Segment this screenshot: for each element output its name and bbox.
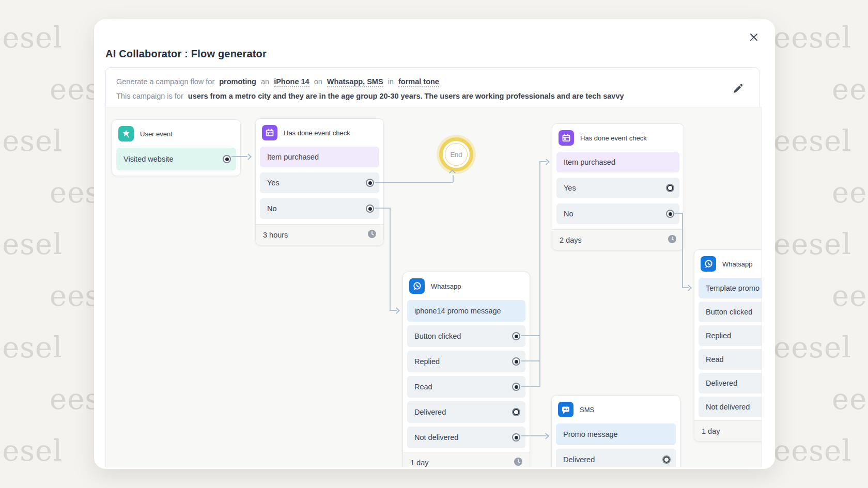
watermark-text: eesel <box>832 279 868 312</box>
prompt-goal: promoting <box>219 77 256 86</box>
connector-dot[interactable] <box>512 433 520 442</box>
whatsapp-icon <box>701 256 716 272</box>
node-sms[interactable]: SMS Promo message Delivered <box>551 395 680 467</box>
prompt-line-1: Generate a campaign flow for promoting a… <box>116 76 442 87</box>
node-title: Has done event check <box>580 134 647 142</box>
watermark-text: eesel <box>773 434 851 467</box>
flow-canvas[interactable]: User event Visited website Has done even… <box>105 107 762 467</box>
row-label: Button clicked <box>706 308 752 316</box>
connector-dot[interactable] <box>223 155 231 163</box>
row-no[interactable]: No <box>260 198 379 219</box>
connector-line <box>390 208 391 311</box>
connector-dot[interactable] <box>512 332 520 340</box>
edit-prompt-button[interactable] <box>732 82 746 96</box>
row-label: Not delivered <box>414 433 458 442</box>
row-message[interactable]: iphone14 promo message <box>407 300 525 322</box>
row-label: Delivered <box>563 455 595 464</box>
row-not-delivered[interactable]: Not delivered <box>407 427 525 448</box>
node-user-event[interactable]: User event Visited website <box>112 119 241 176</box>
node-title: Has done event check <box>284 129 350 137</box>
connector-dot[interactable] <box>666 210 674 218</box>
connector-dot[interactable] <box>512 408 520 416</box>
row-delivered[interactable]: Delivered <box>699 373 762 393</box>
connector-dot[interactable] <box>662 455 671 464</box>
calendar-check-icon <box>559 130 574 146</box>
connector-dot[interactable] <box>512 357 520 366</box>
wait-label: 3 hours <box>263 231 288 239</box>
connector-line <box>521 335 540 336</box>
connector-dot[interactable] <box>512 383 520 391</box>
prompt-box: Generate a campaign flow for promoting a… <box>105 67 760 112</box>
connector-dot[interactable] <box>366 179 374 187</box>
wait-row[interactable]: 1 day <box>694 420 762 441</box>
row-label: Promo message <box>563 430 618 438</box>
prompt-tone-param[interactable]: formal tone <box>398 77 439 87</box>
node-whatsapp-right[interactable]: Whatsapp Template promo message Button c… <box>694 249 762 442</box>
row-yes[interactable]: Yes <box>556 178 679 198</box>
row-read[interactable]: Read <box>407 376 525 398</box>
wait-row[interactable]: 1 day <box>403 452 530 467</box>
row-item-purchased[interactable]: Item purchased <box>556 152 679 172</box>
arrowhead-icon <box>685 285 692 291</box>
row-not-delivered[interactable]: Not delivered <box>699 397 762 417</box>
arrowhead-icon <box>542 433 549 439</box>
row-label: No <box>267 204 277 213</box>
row-label: Read <box>414 383 432 391</box>
row-label: No <box>564 210 574 218</box>
arrowhead-icon <box>393 307 400 314</box>
row-label: iphone14 promo message <box>414 307 501 315</box>
whatsapp-icon <box>409 278 425 294</box>
row-no[interactable]: No <box>556 203 679 224</box>
watermark-text: eesel <box>773 330 851 364</box>
node-title: User event <box>140 130 173 138</box>
row-button-clicked[interactable]: Button clicked <box>699 302 762 322</box>
wait-row[interactable]: 2 days <box>552 229 684 250</box>
end-node[interactable]: End <box>439 137 473 171</box>
watermark-text: eesel <box>832 382 868 416</box>
node-header: Whatsapp <box>403 272 530 300</box>
row-replied[interactable]: Replied <box>699 325 762 346</box>
arrowhead-icon <box>245 153 252 160</box>
node-header: SMS <box>552 396 680 423</box>
row-label: Item purchased <box>267 153 319 161</box>
row-delivered[interactable]: Delivered <box>407 401 525 423</box>
prompt-product-param[interactable]: iPhone 14 <box>274 77 309 87</box>
row-delivered[interactable]: Delivered <box>556 449 676 467</box>
prompt-channels-param[interactable]: Whatsapp, SMS <box>327 77 383 87</box>
node-event-check-left[interactable]: Has done event check Item purchased Yes … <box>255 118 384 245</box>
row-item-purchased[interactable]: Item purchased <box>260 147 379 167</box>
node-whatsapp-mid[interactable]: Whatsapp iphone14 promo message Button c… <box>402 272 530 467</box>
wait-label: 1 day <box>702 427 720 435</box>
row-read[interactable]: Read <box>699 349 762 370</box>
end-label: End <box>445 143 468 166</box>
connector-line <box>453 175 454 182</box>
connector-dot[interactable] <box>666 184 674 192</box>
row-yes[interactable]: Yes <box>260 172 379 193</box>
prompt-text: an <box>261 77 269 86</box>
row-label: Delivered <box>706 379 737 387</box>
row-button-clicked[interactable]: Button clicked <box>407 325 525 347</box>
row-label: Yes <box>564 184 576 192</box>
row-replied[interactable]: Replied <box>407 351 525 372</box>
sms-icon <box>558 402 574 417</box>
connector-line <box>375 182 453 183</box>
row-label: Template promo message <box>706 284 762 292</box>
node-header: Has done event check <box>256 119 383 147</box>
row-label: Yes <box>267 179 280 187</box>
pencil-icon <box>732 87 745 96</box>
wait-label: 2 days <box>560 236 582 244</box>
row-message[interactable]: Promo message <box>556 423 676 445</box>
row-label: Button clicked <box>414 332 461 340</box>
close-button[interactable] <box>746 29 762 45</box>
node-header: User event <box>112 120 240 148</box>
row-visited-website[interactable]: Visited website <box>116 148 236 170</box>
node-title: Whatsapp <box>431 282 461 290</box>
row-message[interactable]: Template promo message <box>699 278 762 298</box>
prompt-text: on <box>314 77 322 86</box>
wait-row[interactable]: 3 hours <box>256 224 383 245</box>
connector-dot[interactable] <box>366 204 374 213</box>
watermark-text: eesel <box>0 21 63 54</box>
node-event-check-right[interactable]: Has done event check Item purchased Yes … <box>552 123 684 250</box>
clock-icon <box>368 230 376 240</box>
watermark-text: eesel <box>0 124 63 158</box>
